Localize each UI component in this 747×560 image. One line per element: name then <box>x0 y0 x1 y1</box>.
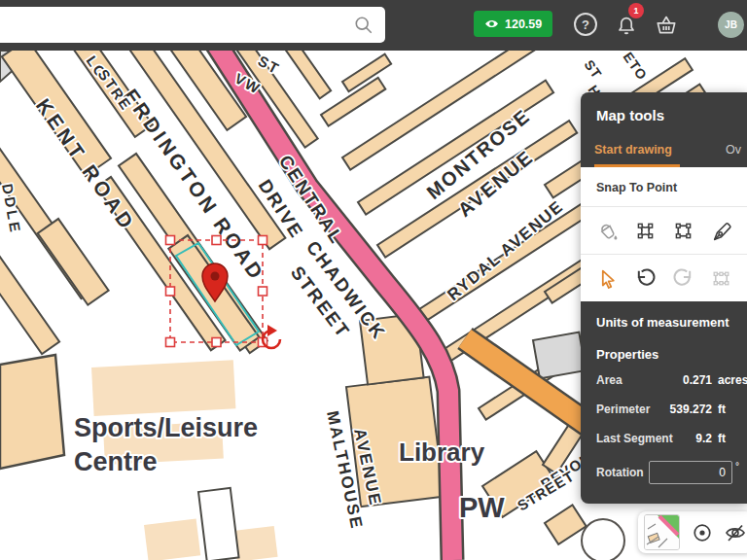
place-label-pw: PW <box>459 492 505 523</box>
tab-overlays[interactable]: Ov <box>726 143 741 157</box>
properties-header[interactable]: Properties <box>581 333 747 366</box>
place-label-library: Library <box>399 438 485 467</box>
tool-row-2 <box>581 254 747 301</box>
selection-handle[interactable] <box>166 338 175 347</box>
edit-vertices-button[interactable] <box>633 219 657 242</box>
undo-icon <box>634 267 657 290</box>
hide-layer-button[interactable] <box>725 522 746 543</box>
snap-to-point-label[interactable]: Snap To Point <box>581 167 747 207</box>
property-value: 9.2 <box>695 432 712 445</box>
basket-icon <box>658 18 674 33</box>
credits-value: 120.59 <box>505 18 542 31</box>
property-row-last-segment: Last Segment 9.2 ft <box>581 424 747 453</box>
rotation-row: Rotation ° <box>581 453 747 492</box>
avatar[interactable]: JB <box>718 12 744 38</box>
place-label-sports-1: Sports/Leisure <box>74 413 258 442</box>
cursor-icon <box>596 267 619 290</box>
transform-box-icon <box>710 267 732 290</box>
undo-button[interactable] <box>633 266 657 290</box>
property-label: Perimeter <box>596 402 650 416</box>
property-row-perimeter: Perimeter 539.272 ft <box>581 395 747 424</box>
eye-icon <box>484 17 499 31</box>
property-label: Area <box>596 373 622 387</box>
selection-handle[interactable] <box>212 236 221 245</box>
notification-count: 1 <box>633 6 638 16</box>
redo-button[interactable] <box>671 266 694 290</box>
minimap-thumbnail[interactable] <box>644 514 680 550</box>
map-controls-bar <box>638 511 747 553</box>
pen-button[interactable] <box>709 219 732 242</box>
search-icon[interactable] <box>354 16 374 35</box>
panel-title: Map tools <box>581 92 747 132</box>
panel-tabs: Start drawing Ov <box>581 132 747 167</box>
search-box <box>0 7 385 43</box>
selection-handle[interactable] <box>166 287 175 296</box>
pen-icon <box>710 220 732 242</box>
target-icon <box>692 522 713 543</box>
transform-box-button[interactable] <box>709 266 732 290</box>
tool-row-1 <box>581 207 747 254</box>
property-unit: acres <box>718 373 743 387</box>
rotation-label: Rotation <box>596 466 644 479</box>
units-of-measurement-header[interactable]: Units of measurement <box>581 301 747 333</box>
property-value: 0.271 <box>683 373 712 387</box>
search-input[interactable] <box>0 7 354 43</box>
selection-handle[interactable] <box>259 287 267 296</box>
property-row-area: Area 0.271 acres <box>581 366 747 395</box>
cursor-button[interactable] <box>595 266 619 290</box>
property-label: Last Segment <box>596 432 673 445</box>
rectangle-nodes-button[interactable] <box>671 219 694 242</box>
rotation-input[interactable] <box>649 461 732 484</box>
edit-vertices-icon <box>634 220 657 242</box>
eye-off-icon <box>725 522 746 543</box>
fill-bucket-icon <box>596 220 619 242</box>
map-tools-panel: Map tools Start drawing Ov Snap To Point <box>581 92 747 504</box>
drawing-tools-section: Snap To Point <box>581 167 747 301</box>
top-bar: 120.59 ? 1 JB <box>0 0 747 51</box>
fill-bucket-button[interactable] <box>595 219 619 242</box>
active-tab-underline <box>594 164 680 167</box>
redo-icon <box>672 267 694 290</box>
property-unit: ft <box>718 402 743 416</box>
basket-button[interactable] <box>654 13 679 38</box>
notification-count-badge: 1 <box>628 3 644 18</box>
bell-icon <box>620 18 633 34</box>
place-label-sports-2: Centre <box>74 447 158 476</box>
selection-handle[interactable] <box>212 338 221 347</box>
avatar-initials: JB <box>725 19 737 30</box>
degree-symbol: ° <box>735 461 743 472</box>
selection-handle[interactable] <box>166 236 175 245</box>
target-button[interactable] <box>692 522 713 543</box>
credits-badge[interactable]: 120.59 <box>474 11 552 37</box>
tab-start-drawing[interactable]: Start drawing <box>594 143 672 157</box>
selection-handle[interactable] <box>259 236 267 245</box>
property-unit: ft <box>718 432 743 445</box>
rectangle-nodes-icon <box>672 220 694 242</box>
property-value: 539.272 <box>670 402 712 416</box>
help-button[interactable]: ? <box>574 13 597 36</box>
help-icon: ? <box>582 18 589 32</box>
